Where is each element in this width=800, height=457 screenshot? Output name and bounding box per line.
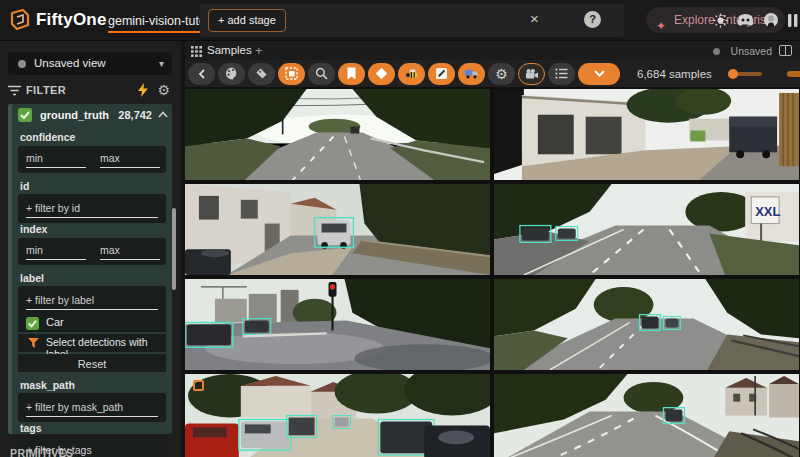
sample-cell[interactable] [185, 184, 490, 275]
sample-select-checkbox[interactable] [193, 380, 204, 391]
filter-header: FILTER ⚙ [8, 82, 172, 100]
sample-image [185, 279, 490, 370]
lightning-icon[interactable] [138, 83, 148, 97]
color-palette-button[interactable] [218, 63, 245, 85]
fiftyone-logo-icon [8, 8, 32, 32]
confidence-range-box [18, 146, 166, 173]
unsaved-dot-icon [713, 48, 720, 55]
github-icon[interactable] [763, 12, 779, 28]
sample-cell[interactable] [494, 279, 799, 370]
similarity-sort-button[interactable] [368, 63, 395, 85]
plugin-bee-button[interactable] [398, 63, 425, 85]
help-icon[interactable]: ? [584, 11, 601, 28]
confidence-max-input[interactable] [100, 150, 160, 168]
camera-plugin-button[interactable] [518, 63, 545, 85]
chevron-down-icon: ▾ [159, 52, 164, 75]
settings-gear-button[interactable]: ⚙ [488, 63, 515, 85]
tag-button[interactable] [248, 63, 275, 85]
car-option-label: Car [46, 316, 64, 328]
reset-button[interactable]: Reset [18, 354, 166, 372]
index-max-input[interactable] [100, 242, 160, 260]
annotate-edit-button[interactable] [428, 63, 455, 85]
clear-view-icon[interactable]: × [530, 10, 539, 27]
discord-icon[interactable] [737, 13, 754, 27]
sample-image [185, 89, 490, 180]
xxl-sign-text: XXL [755, 204, 780, 219]
fiftyone-app: FiftyOne gemini-vision-tutorial + add st… [0, 0, 800, 457]
confidence-min-input[interactable] [26, 150, 86, 168]
id-filter-box [18, 194, 166, 223]
index-min-input[interactable] [26, 242, 86, 260]
sparkle-icon: ✦ [656, 13, 666, 39]
sample-image [494, 279, 799, 370]
label-option-car[interactable]: Car [18, 314, 166, 332]
sample-image [185, 374, 490, 457]
id-filter-input[interactable] [26, 200, 158, 218]
sidebar-settings-gear-icon[interactable]: ⚙ [157, 83, 170, 97]
sample-count: 6,684 samples [637, 68, 712, 80]
unsaved-indicator: Unsaved [731, 45, 772, 57]
mask-path-filter-input[interactable] [26, 399, 158, 417]
grid-zoom-slider-small[interactable] [728, 63, 762, 85]
samples-grid-icon [191, 46, 202, 57]
grid-toolbar: ⚙ 6,684 samples [185, 60, 800, 87]
chevron-up-icon[interactable] [158, 111, 168, 118]
sample-cell[interactable]: XXL [494, 184, 799, 275]
search-button[interactable] [308, 63, 335, 85]
pause-bars-icon[interactable] [788, 14, 798, 27]
ground-truth-row[interactable]: ground_truth 28,742 [18, 108, 168, 124]
funnel-icon [28, 338, 39, 348]
filter-icon [8, 85, 21, 96]
saved-view-selector[interactable]: Unsaved view ▾ [8, 52, 172, 75]
sample-cell[interactable] [494, 89, 799, 180]
sample-image [185, 184, 490, 275]
panel-layout-icon[interactable] [779, 45, 792, 56]
tab-samples[interactable]: Samples [207, 44, 252, 56]
sidebar-scrollbar[interactable] [172, 208, 176, 290]
sample-image: XXL [494, 184, 799, 275]
sample-cell[interactable] [185, 89, 490, 180]
back-button[interactable] [188, 63, 215, 85]
sample-grid: XXL [185, 87, 800, 457]
sample-cell[interactable] [494, 374, 799, 457]
app-title: FiftyOne [36, 10, 107, 30]
ground-truth-label: ground_truth [40, 109, 109, 121]
label-filter-input[interactable] [26, 292, 158, 310]
add-panel-button[interactable]: + [255, 43, 263, 58]
sample-cell[interactable] [185, 374, 490, 457]
top-bar: FiftyOne gemini-vision-tutorial + add st… [0, 0, 800, 41]
index-range-box [18, 238, 166, 265]
more-actions-button[interactable] [578, 63, 620, 85]
select-detections-button[interactable]: Select detections with label [18, 334, 166, 352]
label-field-label: label [20, 272, 44, 284]
view-status-dot-icon [18, 60, 26, 68]
add-stage-button[interactable]: + add stage [208, 9, 286, 32]
reset-label: Reset [78, 358, 107, 370]
label-filter-box [18, 286, 166, 315]
checkbox-checked-icon[interactable] [18, 108, 32, 122]
filter-panel: ground_truth 28,742 confidence id index [8, 104, 172, 434]
main-panel: Samples + Unsaved [185, 41, 800, 457]
mask-path-filter-box [18, 393, 166, 422]
checkbox-checked-icon[interactable] [26, 317, 39, 330]
theme-toggle-icon[interactable] [713, 13, 728, 28]
filter-label: FILTER [26, 84, 66, 96]
panel-tab-bar: Samples + Unsaved [185, 41, 800, 60]
sample-image [494, 89, 799, 180]
grid-zoom-slider-large[interactable] [787, 63, 800, 85]
sample-cell[interactable] [185, 279, 490, 370]
tags-field-label: tags [20, 422, 42, 434]
ground-truth-count: 28,742 [118, 109, 152, 121]
id-field-label: id [20, 180, 29, 192]
plugin-truck-button[interactable] [458, 63, 485, 85]
sidebar: Unsaved view ▾ FILTER ⚙ ground_tru [0, 41, 181, 457]
patches-button[interactable] [278, 63, 305, 85]
display-options-button[interactable] [548, 63, 575, 85]
bookmark-button[interactable] [338, 63, 365, 85]
index-field-label: index [20, 223, 47, 235]
confidence-field-label: confidence [20, 131, 75, 143]
saved-view-label: Unsaved view [34, 57, 106, 69]
view-stage-bar: + add stage × ? [200, 4, 624, 37]
sample-image [494, 374, 799, 457]
primitives-section-label: PRIMITIVES [10, 447, 74, 457]
